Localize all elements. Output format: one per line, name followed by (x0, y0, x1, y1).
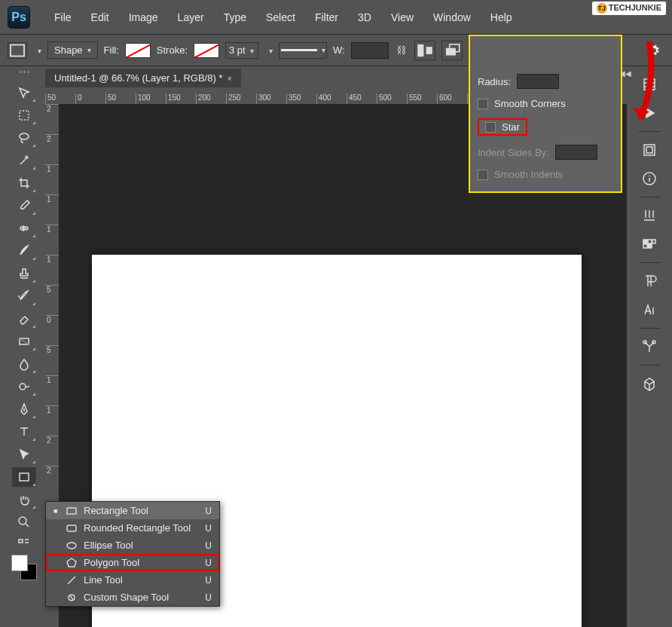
svg-rect-22 (652, 240, 655, 243)
menu-filter[interactable]: Filter (306, 8, 347, 26)
marquee-tool[interactable] (12, 106, 36, 125)
smooth-corners-checkbox[interactable] (478, 99, 488, 109)
tool-preset[interactable] (8, 42, 27, 59)
flyout-ellipse[interactable]: Ellipse Tool U (46, 537, 219, 554)
menu-edit[interactable]: Edit (82, 8, 118, 26)
brush-tool[interactable] (12, 241, 36, 261)
flyout-rectangle[interactable]: ■ Rectangle Tool U (46, 502, 219, 519)
ruler-tick: 300 (256, 93, 286, 104)
svg-point-15 (67, 543, 76, 549)
toolbox-grip[interactable] (13, 71, 35, 77)
pen-tool[interactable] (12, 399, 36, 419)
radius-label: Radius: (478, 76, 511, 87)
panel-gear-icon[interactable] (643, 41, 664, 60)
zoom-tool[interactable] (12, 512, 36, 532)
flyout-shortcut: U (205, 592, 212, 603)
flyout-label: Rectangle Tool (84, 505, 199, 516)
hand-tool[interactable] (12, 490, 36, 509)
tool-preset-arrow[interactable] (33, 44, 41, 56)
dock-tools-icon[interactable] (637, 336, 661, 357)
wand-tool[interactable] (12, 151, 36, 170)
path-select-tool[interactable] (12, 445, 36, 464)
ruler-tick: 50 (105, 93, 136, 104)
close-icon[interactable]: × (227, 74, 231, 83)
flyout-polygon[interactable]: Polygon Tool U (46, 554, 219, 571)
smooth-indents-checkbox[interactable] (478, 170, 488, 180)
flyout-label: Custom Shape Tool (84, 592, 199, 603)
dock-character-icon[interactable] (637, 299, 661, 320)
dock-info-icon[interactable] (637, 168, 661, 189)
lasso-tool[interactable] (12, 128, 36, 148)
radius-input[interactable] (517, 74, 559, 89)
document-tab[interactable]: Untitled-1 @ 66.7% (Layer 1, RGB/8) * × (45, 69, 241, 87)
menu-3d[interactable]: 3D (349, 8, 380, 26)
flyout-rounded-rect[interactable]: Rounded Rectangle Tool U (46, 519, 219, 537)
type-tool[interactable] (12, 422, 36, 442)
dock-history-icon[interactable] (637, 74, 661, 95)
indent-input[interactable] (555, 145, 597, 160)
stroke-swatch[interactable] (194, 43, 219, 58)
flyout-line[interactable]: Line Tool U (46, 571, 219, 589)
dock-swatches-icon[interactable] (637, 234, 661, 255)
svg-rect-17 (644, 145, 655, 155)
stroke-width-input[interactable]: 3 pt (225, 42, 258, 59)
menu-layer[interactable]: Layer (169, 8, 213, 26)
polygon-options-panel: Radius: Smooth Corners Star Indent Sides… (469, 35, 622, 193)
crop-tool[interactable] (12, 173, 36, 193)
dock-3d-icon[interactable] (637, 373, 661, 394)
gradient-tool[interactable] (12, 332, 36, 351)
eyedropper-tool[interactable] (12, 196, 36, 216)
custom-shape-icon (66, 592, 78, 603)
svg-point-6 (20, 133, 29, 139)
align-icon[interactable] (414, 41, 435, 60)
fill-swatch[interactable] (125, 43, 151, 58)
stamp-tool[interactable] (12, 264, 36, 283)
dock-properties-icon[interactable] (637, 139, 661, 161)
ruler-tick: 150 (166, 93, 196, 104)
arrange-icon[interactable] (441, 41, 463, 60)
menu-type[interactable]: Type (215, 8, 255, 26)
ruler-tick: 350 (286, 93, 316, 104)
svg-point-9 (20, 384, 26, 390)
star-checkbox[interactable] (485, 122, 496, 133)
blur-tool[interactable] (12, 354, 36, 374)
ruler-tick: 2 (45, 466, 59, 496)
ruler-tick: 250 (226, 93, 256, 104)
ruler-tick: 0 (45, 315, 59, 345)
flyout-custom-shape[interactable]: Custom Shape Tool U (46, 589, 219, 606)
dock-brushes-icon[interactable] (637, 205, 661, 226)
flyout-shortcut: U (205, 506, 212, 516)
line-icon (66, 575, 78, 586)
healing-tool[interactable] (12, 219, 36, 238)
color-swatches[interactable] (11, 555, 37, 580)
eraser-tool[interactable] (12, 309, 36, 329)
menu-view[interactable]: View (382, 8, 423, 26)
menu-image[interactable]: Image (120, 8, 167, 26)
dodge-tool[interactable] (12, 377, 36, 396)
move-tool[interactable] (12, 83, 36, 102)
menu-help[interactable]: Help (481, 8, 521, 26)
ruler-tick: 500 (377, 93, 407, 104)
dock-play-icon[interactable] (637, 102, 661, 124)
fill-label: Fill: (104, 44, 119, 56)
shape-tool[interactable] (12, 467, 36, 487)
svg-rect-23 (643, 244, 647, 248)
foreground-color[interactable] (11, 555, 28, 571)
menu-select[interactable]: Select (257, 8, 304, 26)
ruler-tick: 5 (45, 345, 59, 375)
app-logo[interactable]: Ps (8, 6, 30, 29)
edit-toolbar-icon[interactable] (12, 535, 36, 549)
tab-bar: Untitled-1 @ 66.7% (Layer 1, RGB/8) * × (45, 68, 241, 87)
svg-point-11 (19, 517, 26, 525)
ruler-tick: 450 (347, 93, 377, 104)
stroke-width-arrow[interactable] (264, 44, 273, 56)
shape-mode-select[interactable]: Shape (47, 41, 98, 59)
menu-window[interactable]: Window (424, 8, 480, 26)
menu-file[interactable]: File (45, 8, 81, 26)
ruler-tick: 50 (45, 93, 75, 104)
width-input[interactable] (351, 42, 389, 59)
stroke-style[interactable] (279, 42, 327, 59)
dock-paragraph-icon[interactable] (637, 271, 661, 292)
link-icon[interactable]: ⛓ (395, 44, 408, 57)
history-brush-tool[interactable] (12, 286, 36, 306)
